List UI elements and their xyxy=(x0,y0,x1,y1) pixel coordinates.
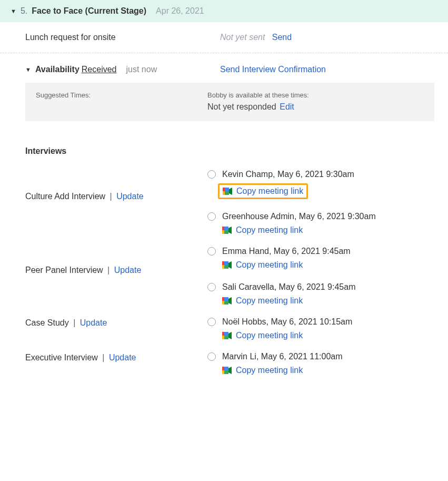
svg-rect-26 xyxy=(222,370,224,374)
slot-head: Kevin Champ, May 6, 2021 9:30am xyxy=(207,170,448,179)
interviews-heading: Interviews xyxy=(0,121,448,158)
slot-radio[interactable] xyxy=(207,247,216,256)
interview-slot: Noël Hobbs, May 6, 2021 10:15am Copy mee… xyxy=(207,317,448,340)
suggested-hint: Bobby is available at these times: xyxy=(207,91,424,99)
google-meet-icon xyxy=(222,297,232,305)
svg-rect-21 xyxy=(222,336,224,339)
svg-marker-24 xyxy=(228,332,232,339)
svg-marker-19 xyxy=(228,297,232,305)
copy-meeting-link[interactable]: Copy meeting link xyxy=(236,366,303,375)
svg-rect-18 xyxy=(224,301,228,305)
interview-slot: Marvin Li, May 6, 2021 11:00am Copy meet… xyxy=(207,352,448,375)
interview-name-col: Peer Panel Interview | Update xyxy=(25,235,207,306)
stage-number: 5. xyxy=(21,6,27,16)
google-meet-icon xyxy=(222,367,232,374)
svg-rect-28 xyxy=(224,370,228,374)
copy-meeting-link[interactable]: Copy meeting link xyxy=(236,296,303,306)
slot-head: Marvin Li, May 6, 2021 11:00am xyxy=(207,352,448,361)
interview-block: Executive Interview | UpdateMarvin Li, M… xyxy=(0,340,448,375)
interview-name: Executive Interview xyxy=(25,353,98,362)
suggested-times-label: Suggested Times: xyxy=(36,91,91,99)
slot-radio[interactable] xyxy=(207,283,216,291)
copy-meeting-row: Copy meeting link xyxy=(218,183,308,199)
update-link[interactable]: Update xyxy=(116,192,144,201)
slot-head: Emma Hand, May 6, 2021 9:45am xyxy=(207,247,448,256)
svg-rect-15 xyxy=(222,297,224,301)
svg-marker-4 xyxy=(229,188,232,195)
update-link[interactable]: Update xyxy=(114,266,142,274)
copy-meeting-row: Copy meeting link xyxy=(222,331,448,340)
svg-rect-6 xyxy=(222,230,224,234)
slot-radio[interactable] xyxy=(207,352,216,361)
google-meet-icon xyxy=(222,227,232,234)
svg-rect-5 xyxy=(222,227,224,230)
google-meet-icon xyxy=(222,261,232,269)
lunch-label: Lunch request for onsite xyxy=(25,33,116,42)
copy-meeting-link[interactable]: Copy meeting link xyxy=(236,260,303,270)
lunch-status: Not yet sent xyxy=(220,33,265,42)
slot-head: Sali Caravella, May 6, 2021 9:45am xyxy=(207,282,448,292)
edit-link[interactable]: Edit xyxy=(280,102,294,111)
availability-collapse-icon[interactable]: ▼ xyxy=(25,66,31,73)
slot-radio[interactable] xyxy=(207,212,216,221)
google-meet-icon xyxy=(222,332,232,339)
slot-label: Emma Hand, May 6, 2021 9:45am xyxy=(222,247,351,256)
stage-title: Face to Face (Current Stage) xyxy=(32,6,146,16)
interview-block: Culture Add Interview | UpdateKevin Cham… xyxy=(0,158,448,235)
slots-col: Noël Hobbs, May 6, 2021 10:15am Copy mee… xyxy=(207,306,448,340)
svg-rect-10 xyxy=(222,261,224,265)
svg-rect-20 xyxy=(222,332,224,336)
suggested-times-box: Suggested Times: Bobby is available at t… xyxy=(25,83,434,121)
slot-label: Kevin Champ, May 6, 2021 9:30am xyxy=(222,170,354,179)
svg-rect-3 xyxy=(225,191,229,195)
slot-label: Greenhouse Admin, May 6, 2021 9:30am xyxy=(222,212,376,221)
copy-meeting-link[interactable]: Copy meeting link xyxy=(236,186,303,196)
lunch-request-row: Lunch request for onsite Not yet sent Se… xyxy=(0,22,448,53)
google-meet-icon xyxy=(223,188,232,195)
svg-rect-2 xyxy=(225,188,229,191)
slot-radio[interactable] xyxy=(207,318,216,326)
svg-rect-1 xyxy=(223,191,225,195)
update-link[interactable]: Update xyxy=(109,353,136,362)
send-link[interactable]: Send xyxy=(272,33,292,42)
slots-col: Marvin Li, May 6, 2021 11:00am Copy meet… xyxy=(207,340,448,375)
stage-header: ▼ 5. Face to Face (Current Stage) Apr 26… xyxy=(0,0,448,22)
copy-meeting-row: Copy meeting link xyxy=(222,260,448,270)
copy-meeting-row: Copy meeting link xyxy=(222,366,448,375)
svg-rect-13 xyxy=(224,265,228,269)
interview-block: Case Study | UpdateNoël Hobbs, May 6, 20… xyxy=(0,306,448,340)
slot-label: Marvin Li, May 6, 2021 11:00am xyxy=(222,352,343,361)
slot-label: Sali Caravella, May 6, 2021 9:45am xyxy=(222,282,355,292)
svg-rect-0 xyxy=(223,188,225,191)
interview-name-col: Executive Interview | Update xyxy=(25,340,207,375)
svg-marker-14 xyxy=(228,261,232,269)
separator: | xyxy=(100,353,107,362)
interview-slot: Emma Hand, May 6, 2021 9:45am Copy meeti… xyxy=(207,247,448,270)
slot-head: Greenhouse Admin, May 6, 2021 9:30am xyxy=(207,212,448,221)
svg-rect-22 xyxy=(224,332,228,336)
stage-date: Apr 26, 2021 xyxy=(156,6,204,16)
slot-radio[interactable] xyxy=(207,170,216,179)
interview-name: Culture Add Interview xyxy=(25,192,105,201)
svg-rect-25 xyxy=(222,367,224,370)
svg-rect-12 xyxy=(224,261,228,265)
interview-slot: Kevin Champ, May 6, 2021 9:30am Copy mee… xyxy=(207,170,448,199)
slot-head: Noël Hobbs, May 6, 2021 10:15am xyxy=(207,317,448,327)
separator: | xyxy=(107,192,114,201)
interview-block: Peer Panel Interview | UpdateEmma Hand, … xyxy=(0,235,448,306)
copy-meeting-row: Copy meeting link xyxy=(222,225,448,235)
slots-col: Emma Hand, May 6, 2021 9:45am Copy meeti… xyxy=(207,235,448,306)
svg-rect-23 xyxy=(224,336,228,339)
interview-name-col: Culture Add Interview | Update xyxy=(25,158,207,235)
svg-marker-9 xyxy=(228,227,232,234)
update-link[interactable]: Update xyxy=(80,318,107,327)
svg-rect-27 xyxy=(224,367,228,370)
suggested-status: Not yet responded xyxy=(207,102,276,111)
copy-meeting-link[interactable]: Copy meeting link xyxy=(236,225,303,235)
interview-slot: Greenhouse Admin, May 6, 2021 9:30am Cop… xyxy=(207,212,448,235)
collapse-arrow-icon[interactable]: ▼ xyxy=(11,8,16,14)
send-confirmation-link[interactable]: Send Interview Confirmation xyxy=(220,65,326,74)
svg-rect-16 xyxy=(222,301,224,305)
copy-meeting-link[interactable]: Copy meeting link xyxy=(236,331,303,340)
interview-slot: Sali Caravella, May 6, 2021 9:45am Copy … xyxy=(207,282,448,306)
